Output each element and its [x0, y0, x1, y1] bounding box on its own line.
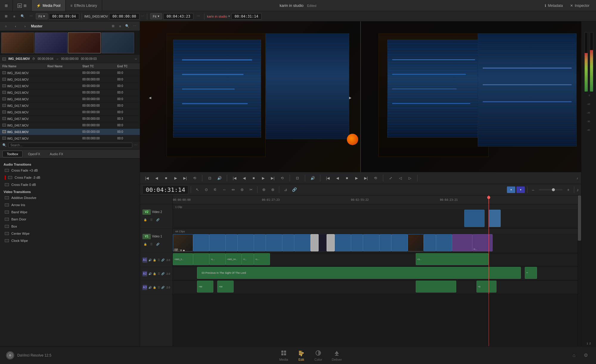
v1-clip-7[interactable]	[266, 234, 282, 251]
v1-clip-14[interactable]	[391, 234, 407, 251]
v1-clip-6[interactable]	[254, 234, 266, 251]
v1-clip-11[interactable]	[351, 234, 363, 251]
a2-clip-main[interactable]: 03 Precious In The Sight Of The Lord	[197, 267, 521, 279]
mp-search-btn[interactable]: 🔍	[124, 23, 130, 29]
v1-clip-person[interactable]	[408, 234, 424, 251]
more-btn[interactable]: ⋯	[27, 13, 35, 20]
list-item[interactable]: IMG_0468.MOV 00:00:000:00 00:0	[0, 96, 140, 102]
v1-mute-btn[interactable]: ☰	[149, 242, 154, 247]
a1-mute-btn[interactable]: ☰	[157, 257, 160, 263]
list-item[interactable]: IMG_3540.MOV 00:00:000:00 00:0	[0, 70, 140, 76]
a1-clip-3[interactable]: +L...	[209, 253, 225, 265]
a2-lock-btn[interactable]: 🔒	[153, 271, 156, 276]
thumb-2[interactable]	[35, 32, 67, 53]
a1-clip-1[interactable]: +IMG_0...	[173, 253, 193, 265]
list-item[interactable]: IMG_0427.MOV 00:00:000:00 00:0	[0, 135, 140, 141]
v2-lock-btn[interactable]: 🔒	[142, 217, 148, 223]
effects-item[interactable]: Arrow Iris	[0, 201, 140, 209]
v1-clip-purple2[interactable]: +I...	[472, 234, 493, 251]
openfx-tab[interactable]: OpenFX	[24, 151, 44, 157]
a2-track-row[interactable]: 03 Precious In The Sight Of The Lord ↩	[173, 267, 578, 281]
a1-clip-6[interactable]: +L...	[254, 253, 270, 265]
grid-view-btn[interactable]: ⊞	[2, 13, 10, 20]
v2-id[interactable]: V2	[142, 209, 151, 215]
source-go-end-btn[interactable]: ▶|	[181, 174, 189, 182]
prog-go-start-btn[interactable]: |◀	[231, 174, 238, 182]
toolbox-tab[interactable]: Toolbox	[2, 151, 23, 157]
a1-clip-2[interactable]	[193, 253, 209, 265]
v1-track-row[interactable]: 44 Clips +IM...	[173, 229, 578, 253]
workspace-tab[interactable]: ⊞	[0, 0, 13, 11]
v1-id[interactable]: V1	[142, 234, 151, 239]
snap-btn[interactable]: ⊿	[282, 186, 289, 194]
nav-color[interactable]: Color	[314, 349, 322, 361]
v2-link-btn[interactable]: 🔗	[155, 217, 160, 223]
effects-item[interactable]: Barn Door	[0, 216, 140, 223]
prog-nav-start-btn[interactable]: |◀	[324, 174, 332, 182]
v2-clip-2[interactable]	[488, 210, 501, 227]
a3-mute-btn[interactable]: ☰	[157, 285, 160, 290]
program-more-btn[interactable]: ⋯	[195, 13, 202, 20]
v1-lock-btn[interactable]: 🔒	[142, 242, 148, 247]
v2-track-row[interactable]: 1 Clip	[173, 204, 578, 229]
v1-clip-2[interactable]	[193, 234, 209, 251]
select-tool-btn[interactable]: ↖	[193, 186, 201, 194]
prog-nav-end-btn[interactable]: ▶|	[362, 174, 370, 182]
effects-item[interactable]: Box	[0, 223, 140, 230]
fullscreen-btn[interactable]: ⤢	[387, 174, 395, 182]
zoom-out-btn[interactable]: –	[530, 186, 536, 193]
v1-clip-5[interactable]	[238, 234, 254, 251]
nav-deliver[interactable]: Deliver	[332, 349, 342, 361]
v2-mute-btn[interactable]: ☰	[149, 217, 154, 223]
snip-tool-btn[interactable]: ⊙	[202, 186, 210, 194]
a3-clip-4[interactable]: +S	[477, 281, 497, 293]
nav-media[interactable]: Media	[279, 349, 288, 361]
effects-item[interactable]: Additive Dissolve	[0, 194, 140, 201]
a2-mute-btn[interactable]: ☰	[157, 271, 160, 276]
zoom-in-btn[interactable]: +	[565, 186, 572, 193]
v1-clip-9[interactable]	[294, 234, 310, 251]
list-item[interactable]: IMG_0467.MOV 00:00:000:00 00:0	[0, 122, 140, 129]
effects-item[interactable]: Center Wipe	[0, 230, 140, 237]
color-btn-purple[interactable]: ▾	[516, 186, 525, 193]
a1-clip-5[interactable]: +I...	[242, 253, 254, 265]
thumb-1[interactable]	[1, 32, 34, 53]
source-timecode[interactable]: 00:00:09:04	[49, 13, 79, 20]
mp-more-btn[interactable]: ⋯	[131, 23, 137, 29]
a3-id[interactable]: A3	[142, 285, 147, 290]
search-btn[interactable]: 🔍	[19, 13, 26, 20]
a1-lock-btn[interactable]: 🔒	[153, 257, 156, 263]
source-more-btn[interactable]: ⋯	[141, 14, 144, 18]
slide-tool-btn[interactable]: ⇔	[229, 186, 237, 194]
fit-source-btn[interactable]: Fit ▾	[36, 13, 48, 19]
source-stop-btn[interactable]: ■	[162, 174, 170, 182]
program-timecode[interactable]: 00:04:43:23	[163, 13, 193, 20]
a1-id[interactable]: A1	[142, 257, 147, 263]
a3-link-btn[interactable]: 🔗	[161, 285, 164, 290]
razor-tool-btn[interactable]: ✂	[247, 186, 255, 194]
prog-safe-area-btn[interactable]: ⊡	[294, 174, 301, 182]
audio-fx-tab[interactable]: Audio FX	[46, 151, 67, 157]
mp-back-btn[interactable]: ‹	[12, 23, 19, 30]
a2-link-btn[interactable]: 🔗	[161, 271, 164, 276]
v1-clip-dark1[interactable]	[319, 234, 327, 251]
effects-item[interactable]: Cross Fade +3 dB	[0, 167, 140, 174]
effects-item[interactable]: Cross Fade -3 dB	[0, 174, 140, 181]
link-btn[interactable]: 🔗	[291, 186, 298, 194]
settings-btn[interactable]: ⚙	[582, 351, 590, 360]
list-view-btn[interactable]: ≡	[11, 13, 18, 20]
list-item[interactable]: IMG_0416.MOV 00:00:000:00 00:0	[0, 76, 140, 83]
next-frame-btn[interactable]: ▷	[406, 174, 414, 182]
list-item[interactable]: IMG_0457.MOV 00:00:000:00 00:3	[0, 116, 140, 122]
a2-audio-btn[interactable]: 🔊	[148, 271, 152, 276]
source-play-back-btn[interactable]: ◀	[153, 174, 160, 182]
vol-btn[interactable]: 🔊	[215, 174, 223, 182]
prog-nav-play2-btn[interactable]: ▶	[353, 174, 360, 182]
fit-program-btn[interactable]: Fit ▾	[150, 13, 162, 19]
zoom-track[interactable]	[539, 189, 563, 190]
prev-frame-btn[interactable]: ◁	[396, 174, 404, 182]
effects-item[interactable]: Cross Fade 0 dB	[0, 181, 140, 188]
v2-clip-1[interactable]	[464, 210, 485, 227]
prog-play-back-btn[interactable]: ◀	[240, 174, 248, 182]
a1-clip-big[interactable]: +S...	[416, 253, 488, 265]
